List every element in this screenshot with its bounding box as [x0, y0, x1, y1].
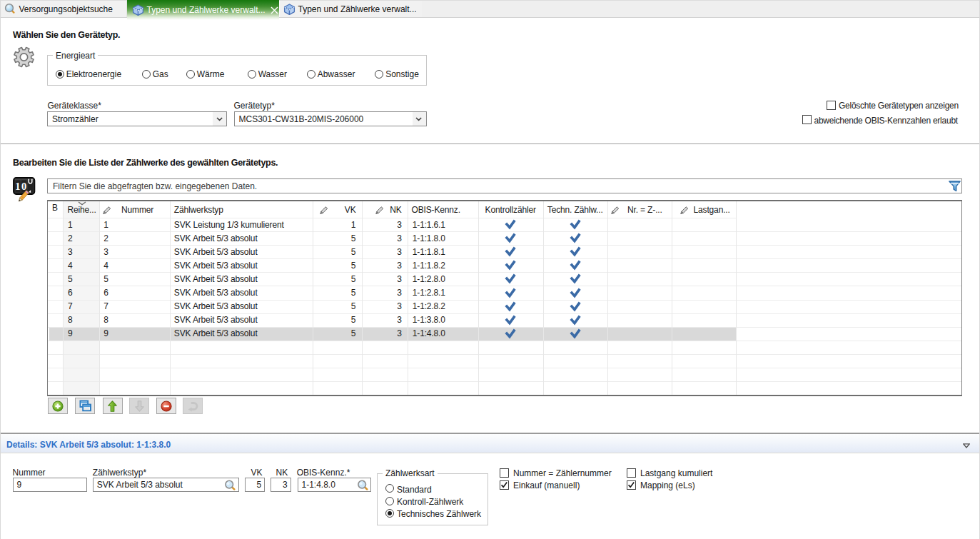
svg-text:1: 1: [15, 181, 20, 192]
svg-text:0: 0: [21, 181, 26, 192]
